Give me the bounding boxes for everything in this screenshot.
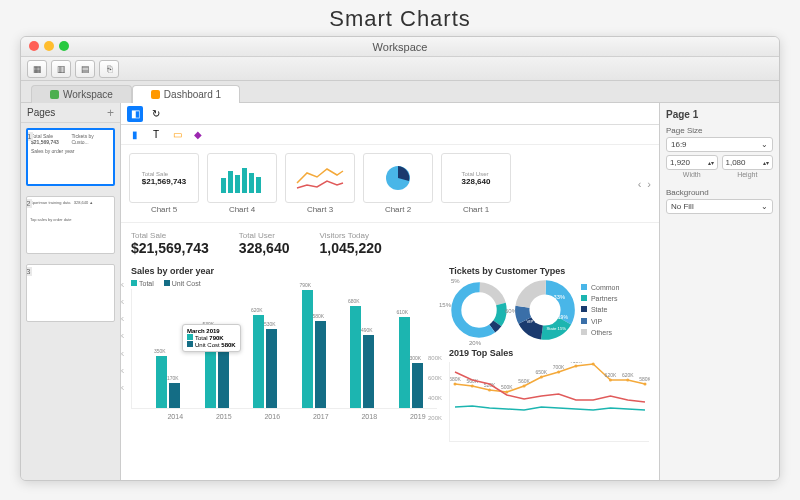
minimize-icon[interactable] [44, 41, 54, 51]
chart-title: 2019 Top Sales [449, 348, 649, 358]
svg-text:33%: 33% [554, 294, 565, 300]
page-thumb-1[interactable]: 1 Total Sale$21,569,743Tickets by Custo.… [26, 128, 115, 186]
sales-chart-panel: Sales by order year Total Unit Cost Marc… [131, 262, 437, 442]
insert-toolbar: ▮ T ▭ ◆ [121, 125, 659, 145]
svg-point-20 [454, 383, 457, 386]
toolbar-btn-1[interactable]: ▦ [27, 60, 47, 78]
maximize-icon[interactable] [59, 41, 69, 51]
gallery-item[interactable]: Chart 4 [207, 153, 277, 214]
dim-label: Height [722, 171, 774, 178]
prop-label: Page Size [666, 126, 773, 135]
tab-dashboard-1[interactable]: Dashboard 1 [132, 85, 240, 103]
gallery-next[interactable]: › [647, 178, 651, 190]
thumb-number: 1 [26, 132, 33, 141]
kpi-label: Total User [239, 231, 290, 240]
chevron-down-icon: ⌄ [761, 202, 768, 211]
image-tool[interactable]: ▭ [169, 127, 185, 143]
svg-point-32 [557, 371, 560, 374]
gallery-label: Chart 3 [285, 205, 355, 214]
main-area: Pages + 1 Total Sale$21,569,743Tickets b… [21, 103, 779, 480]
app-window: Workspace ▦ ▥ ▤ ⎘ Workspace Dashboard 1 … [20, 36, 780, 481]
top-sales-linechart[interactable]: 200K400K600K800K580K560K520K500K560K650K… [449, 362, 649, 442]
gallery-label: Chart 5 [129, 205, 199, 214]
toolbar-btn-4[interactable]: ⎘ [99, 60, 119, 78]
legend-label: Total [139, 280, 154, 287]
pie-icon [383, 163, 413, 193]
svg-point-28 [523, 385, 526, 388]
svg-point-26 [505, 391, 508, 394]
svg-rect-4 [249, 173, 254, 193]
svg-text:19%: 19% [558, 314, 569, 320]
donut-chart-1[interactable]: 60% 15% 5% 20% [449, 280, 509, 340]
gallery-label: Chart 1 [441, 205, 511, 214]
svg-text:560K: 560K [518, 378, 530, 384]
svg-text:700K: 700K [553, 364, 565, 370]
chart-tool[interactable]: ▮ [127, 127, 143, 143]
gallery-item[interactable]: Chart 2 [363, 153, 433, 214]
svg-text:620K: 620K [622, 372, 634, 378]
svg-text:500K: 500K [501, 384, 513, 390]
gallery-prev[interactable]: ‹ [638, 178, 642, 190]
prop-label: Background [666, 188, 773, 197]
tickets-legend: Common Partners State VIP Others [581, 282, 619, 338]
chevron-down-icon: ⌄ [761, 140, 768, 149]
props-title: Page 1 [666, 109, 773, 120]
workspace-icon [50, 90, 59, 99]
sales-barchart[interactable]: March 2019 Total 790K Unit Cost 580K 100… [131, 289, 437, 409]
kpi-visitors: Visitors Today1,045,220 [319, 231, 381, 256]
text-tool[interactable]: T [148, 127, 164, 143]
close-icon[interactable] [29, 41, 39, 51]
thumb-number: 3 [26, 267, 32, 276]
line-icon [295, 163, 345, 193]
chart-title: Sales by order year [131, 266, 437, 276]
svg-point-30 [540, 376, 543, 379]
chart-title: Tickets by Customer Types [449, 266, 649, 276]
dim-label: Width [666, 171, 718, 178]
background-select[interactable]: No Fill⌄ [666, 199, 773, 214]
width-input[interactable]: 1,920▴▾ [666, 155, 718, 170]
pages-title: Pages [27, 107, 55, 118]
refresh-button[interactable]: ↻ [148, 106, 164, 122]
kpi-label: Visitors Today [319, 231, 381, 240]
donut-row: 60% 15% 5% 20% 33% 19% State 15% VIP 10% [449, 280, 649, 340]
height-input[interactable]: 1,080▴▾ [722, 155, 774, 170]
svg-point-38 [609, 379, 612, 382]
pointer-tool[interactable]: ◧ [127, 106, 143, 122]
gallery-item[interactable]: Chart 3 [285, 153, 355, 214]
canvas-toolbar: ◧ ↻ [121, 103, 659, 125]
svg-text:580K: 580K [639, 376, 650, 382]
tab-workspace[interactable]: Workspace [31, 85, 132, 103]
donut-chart-2[interactable]: 33% 19% State 15% VIP 10% [515, 280, 575, 340]
svg-text:VIP 10%: VIP 10% [526, 319, 543, 324]
svg-point-34 [574, 365, 577, 368]
window-title: Workspace [373, 41, 428, 53]
page-thumb-2[interactable]: 2 Sportman training data 328,640 ▲ Top s… [26, 196, 115, 254]
toolbar-btn-3[interactable]: ▤ [75, 60, 95, 78]
gallery-label: Chart 4 [207, 205, 277, 214]
svg-point-24 [488, 389, 491, 392]
toolbar-btn-2[interactable]: ▥ [51, 60, 71, 78]
kpi-value: 328,640 [239, 240, 290, 256]
kpi-value: 1,045,220 [319, 240, 381, 256]
gallery-item[interactable]: Total User328,640 Chart 1 [441, 153, 511, 214]
add-page-button[interactable]: + [107, 106, 114, 120]
shape-tool[interactable]: ◆ [190, 127, 206, 143]
gallery-nav: ‹ › [638, 178, 651, 190]
tab-label: Dashboard 1 [164, 89, 221, 100]
gallery-item[interactable]: Total Sale$21,569,743 Chart 5 [129, 153, 199, 214]
legend-label: Unit Cost [172, 280, 201, 287]
kpi-label: Total Sale [131, 231, 209, 240]
svg-rect-2 [235, 175, 240, 193]
svg-text:State 15%: State 15% [546, 326, 566, 331]
sales-legend: Total Unit Cost [131, 280, 437, 287]
page-thumb-3[interactable]: 3 [26, 264, 115, 322]
pages-panel: Pages + 1 Total Sale$21,569,743Tickets b… [21, 103, 121, 480]
dashboard-canvas: Total Sale$21,569,743 Total User328,640 … [121, 223, 659, 480]
aspect-select[interactable]: 16:9⌄ [666, 137, 773, 152]
svg-point-40 [626, 379, 629, 382]
svg-point-42 [644, 383, 647, 386]
kpi-total-user: Total User328,640 [239, 231, 290, 256]
chart-tooltip: March 2019 Total 790K Unit Cost 580K [182, 324, 241, 352]
svg-rect-5 [256, 177, 261, 193]
svg-rect-0 [221, 178, 226, 193]
